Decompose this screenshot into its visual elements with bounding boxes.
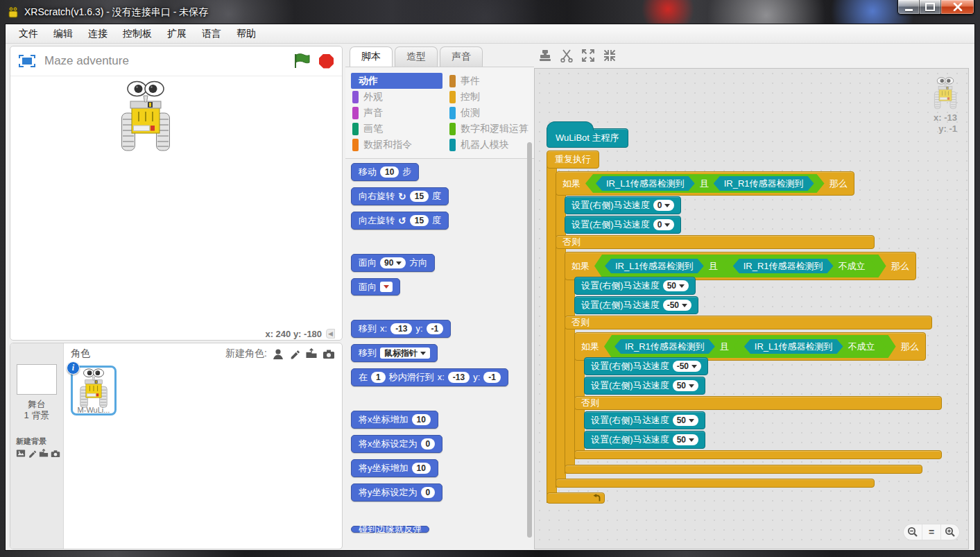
speed-dropdown[interactable]: -50: [663, 300, 691, 311]
set-left-motor-block[interactable]: 设置(左侧)马达速度50: [584, 431, 705, 449]
category-data[interactable]: 数据和指令: [351, 137, 448, 153]
block-point-in-direction[interactable]: 面向90方向: [351, 254, 435, 272]
speed-dropdown[interactable]: 50: [673, 380, 698, 391]
not-operator[interactable]: IR_R1传感器检测到 不成立: [723, 257, 876, 275]
if2-end-bar[interactable]: [565, 465, 922, 474]
sensor-ir-l1[interactable]: IR_L1传感器检测到: [605, 259, 704, 273]
seconds-input[interactable]: 1: [371, 372, 386, 383]
and-operator[interactable]: IR_L1传感器检测到 且 IR_R1传感器检测到 不成立: [594, 255, 886, 277]
tab-costumes[interactable]: 造型: [395, 46, 438, 67]
collapse-stage-button[interactable]: ◀: [326, 329, 335, 339]
upload-backdrop-icon[interactable]: [39, 449, 49, 458]
sprite-on-stage[interactable]: [120, 80, 171, 153]
tab-sounds[interactable]: 声音: [440, 46, 483, 67]
tab-scripts[interactable]: 脚本: [350, 46, 393, 67]
camera-backdrop-icon[interactable]: [51, 449, 60, 458]
paint-sprite-icon[interactable]: [289, 348, 300, 359]
minimize-button[interactable]: [898, 0, 920, 14]
set-left-motor-block[interactable]: 设置(左侧)马达速度0: [565, 216, 681, 234]
zoom-out-button[interactable]: [904, 524, 922, 540]
delete-scissors-icon[interactable]: [560, 49, 574, 62]
speed-dropdown[interactable]: 0: [653, 219, 675, 230]
if-block-3[interactable]: 如果 IR_R1传感器检测到 且 IR_L1传感器检测到 不成立 那么: [574, 332, 926, 361]
menu-extensions[interactable]: 扩展: [160, 25, 194, 43]
loop-end-bar[interactable]: [547, 492, 605, 504]
towards-dropdown[interactable]: [380, 282, 393, 292]
backdrop-from-library-icon[interactable]: [16, 449, 26, 458]
and-operator[interactable]: IR_L1传感器检测到 且 IR_R1传感器检测到: [585, 174, 825, 193]
paint-backdrop-icon[interactable]: [28, 449, 37, 458]
y-input[interactable]: 0: [421, 487, 436, 498]
steps-input[interactable]: 10: [380, 166, 399, 178]
category-events[interactable]: 事件: [448, 73, 534, 89]
set-right-motor-block[interactable]: 设置(右侧)马达速度0: [565, 196, 681, 214]
not-operator[interactable]: IR_L1传感器检测到 不成立: [734, 337, 886, 356]
zoom-reset-button[interactable]: =: [922, 524, 941, 540]
menu-language[interactable]: 语言: [194, 25, 229, 43]
sprite-card-selected[interactable]: i M-WuLi...: [71, 366, 117, 415]
sensor-ir-r1[interactable]: IR_R1传感器检测到: [714, 176, 814, 191]
if3-end-bar[interactable]: [574, 450, 942, 459]
menu-board[interactable]: 控制板: [115, 25, 160, 43]
upload-sprite-icon[interactable]: [305, 348, 318, 359]
else-bar-2[interactable]: 否则: [565, 316, 932, 329]
block-set-y[interactable]: 将y坐标设定为0: [351, 483, 442, 502]
and-operator[interactable]: IR_R1传感器检测到 且 IR_L1传感器检测到 不成立: [604, 335, 896, 358]
maximize-button[interactable]: [920, 0, 941, 14]
category-robot[interactable]: 机器人模块: [448, 137, 534, 153]
set-right-motor-block[interactable]: 设置(右侧)马达速度-50: [584, 357, 708, 375]
x-input[interactable]: 0: [421, 438, 436, 449]
menu-edit[interactable]: 编辑: [46, 25, 80, 43]
dx-input[interactable]: 10: [412, 414, 431, 425]
x-input[interactable]: -13: [448, 372, 470, 383]
green-flag-button[interactable]: [293, 53, 310, 69]
fullscreen-icon[interactable]: [19, 55, 35, 67]
y-input[interactable]: -1: [427, 323, 444, 334]
block-goto-sprite[interactable]: 移到鼠标指针: [351, 344, 438, 362]
menu-connect[interactable]: 连接: [80, 25, 115, 43]
duplicate-stamp-icon[interactable]: [538, 49, 552, 62]
block-change-x[interactable]: 将x坐标增加10: [351, 411, 438, 429]
category-sound[interactable]: 声音: [351, 105, 448, 121]
category-motion[interactable]: 动作: [351, 73, 442, 89]
block-turn-left[interactable]: 向左旋转↺15度: [351, 212, 449, 230]
goto-target-dropdown[interactable]: 鼠标指针: [380, 348, 430, 359]
sensor-ir-r1[interactable]: IR_R1传感器检测到: [614, 339, 715, 354]
zoom-in-button[interactable]: [941, 524, 959, 540]
else-bar-1[interactable]: 否则: [556, 235, 875, 249]
close-button[interactable]: [941, 0, 974, 14]
else-bar-3[interactable]: 否则: [574, 396, 942, 410]
forever-loop-block[interactable]: 重复执行: [547, 151, 599, 169]
camera-sprite-icon[interactable]: [323, 349, 335, 359]
direction-dropdown[interactable]: 90: [380, 257, 406, 268]
set-left-motor-block[interactable]: 设置(左侧)马达速度-50: [574, 296, 698, 314]
script-area[interactable]: WuLiBot 主程序 重复执行 如果 IR_L1传感器检测到 且 IR_R1传…: [534, 68, 969, 549]
menu-file[interactable]: 文件: [11, 25, 46, 43]
hat-block-main-program[interactable]: WuLiBot 主程序: [547, 128, 628, 148]
stop-button[interactable]: [319, 54, 334, 69]
category-sensing[interactable]: 侦测: [448, 105, 534, 121]
if-block-2[interactable]: 如果 IR_L1传感器检测到 且 IR_R1传感器检测到 不成立 那么: [565, 252, 916, 280]
block-point-towards[interactable]: 面向: [351, 278, 400, 295]
stage-canvas[interactable]: [10, 76, 342, 327]
speed-dropdown[interactable]: 50: [673, 415, 698, 426]
speed-dropdown[interactable]: 0: [653, 200, 675, 211]
if-block-1[interactable]: 如果 IR_L1传感器检测到 且 IR_R1传感器检测到 那么: [556, 171, 854, 196]
set-right-motor-block[interactable]: 设置(右侧)马达速度50: [584, 411, 705, 429]
sensor-ir-l1[interactable]: IR_L1传感器检测到: [596, 176, 695, 191]
shrink-sprite-icon[interactable]: [603, 49, 617, 62]
category-operators[interactable]: 数字和逻辑运算: [448, 121, 534, 137]
block-change-y[interactable]: 将y坐标增加10: [351, 459, 438, 477]
sensor-ir-r1[interactable]: IR_R1传感器检测到: [733, 259, 834, 273]
speed-dropdown[interactable]: -50: [673, 361, 701, 372]
speed-dropdown[interactable]: 50: [663, 280, 689, 291]
block-move-steps[interactable]: 移动10步: [351, 163, 419, 181]
degrees-input[interactable]: 15: [410, 215, 429, 226]
dy-input[interactable]: 10: [412, 463, 431, 474]
sprite-from-library-icon[interactable]: [272, 348, 284, 360]
sensor-ir-l1[interactable]: IR_L1传感器检测到: [744, 339, 843, 354]
x-input[interactable]: -13: [390, 323, 412, 334]
block-turn-right[interactable]: 向右旋转↻15度: [351, 187, 449, 205]
palette-scrollbar[interactable]: [527, 142, 532, 538]
grow-sprite-icon[interactable]: [581, 49, 595, 62]
